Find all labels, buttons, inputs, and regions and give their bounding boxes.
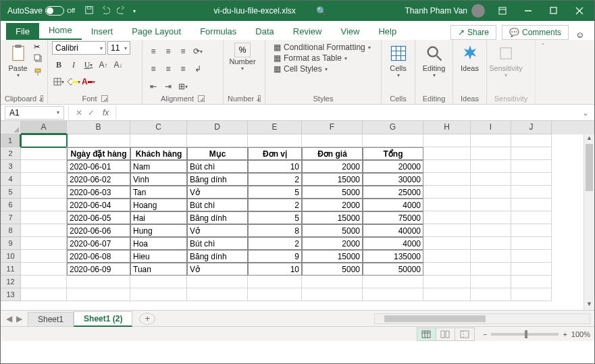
cell[interactable] (21, 288, 67, 301)
conditional-formatting-button[interactable]: ▦Conditional Formatting▾ (274, 43, 371, 52)
cell[interactable] (130, 134, 187, 147)
cell[interactable] (423, 263, 471, 276)
collapse-ribbon-icon[interactable]: ˄ (542, 43, 544, 49)
fx-icon[interactable]: fx (103, 108, 109, 118)
cell-customer[interactable]: Tuan (130, 263, 187, 276)
cell[interactable] (511, 263, 552, 276)
row-header[interactable]: 11 (1, 263, 21, 276)
cell[interactable] (187, 276, 248, 288)
cell-item[interactable]: Vở (187, 263, 248, 276)
undo-icon[interactable] (101, 5, 110, 17)
cell[interactable] (511, 199, 552, 211)
normal-view-icon[interactable] (417, 328, 436, 340)
tab-home[interactable]: Home (39, 22, 82, 40)
row-header[interactable]: 7 (1, 211, 21, 224)
cell[interactable] (423, 134, 471, 147)
cell[interactable] (471, 199, 511, 211)
cell-date[interactable]: 2020-06-06 (67, 224, 130, 237)
enter-formula-icon[interactable]: ✓ (88, 108, 95, 118)
cell-item[interactable]: Vở (187, 224, 248, 237)
orientation-icon[interactable]: ⟳▾ (191, 45, 205, 58)
cell-price[interactable]: 15000 (302, 250, 363, 263)
cell[interactable] (471, 263, 511, 276)
cell-item[interactable]: Băng dính (187, 211, 248, 224)
font-size-select[interactable]: 11▾ (107, 41, 130, 55)
cell[interactable] (471, 134, 511, 147)
cell-date[interactable]: 2020-06-04 (67, 199, 130, 211)
cell[interactable] (511, 211, 552, 224)
cell-item[interactable]: Bút chì (187, 199, 248, 211)
cell[interactable] (187, 288, 248, 301)
align-right-icon[interactable]: ≡ (176, 62, 190, 76)
cell-item[interactable]: Bút chì (187, 160, 248, 173)
cell-styles-button[interactable]: ▦Cell Styles▾ (274, 64, 371, 74)
cell-price[interactable]: 2000 (302, 199, 363, 211)
cell-price[interactable]: 5000 (302, 224, 363, 237)
row-header[interactable]: 8 (1, 224, 21, 237)
cell[interactable] (471, 288, 511, 301)
cell[interactable] (511, 276, 552, 288)
close-button[interactable] (567, 1, 592, 20)
select-all-corner[interactable] (1, 121, 21, 134)
cell[interactable] (21, 199, 67, 211)
save-icon[interactable] (84, 5, 94, 17)
cell[interactable] (363, 288, 423, 301)
cell-total[interactable]: 25000 (363, 186, 423, 199)
sheet-nav-next-icon[interactable]: ▶ (16, 314, 22, 323)
copy-icon[interactable] (34, 54, 43, 65)
maximize-button[interactable] (542, 1, 566, 20)
cell-customer[interactable]: Hoa (130, 237, 187, 250)
decrease-indent-icon[interactable]: ⇤ (147, 80, 160, 93)
cell[interactable] (187, 134, 248, 147)
cell-unit[interactable]: 2 (248, 199, 302, 211)
cell[interactable] (248, 134, 302, 147)
cell[interactable] (471, 237, 511, 250)
merge-center-icon[interactable]: ⊞▾ (176, 80, 190, 93)
cell-date[interactable]: 2020-06-07 (67, 237, 130, 250)
row-header[interactable]: 3 (1, 160, 21, 173)
col-header-F[interactable]: F (302, 121, 363, 134)
cell[interactable] (363, 134, 423, 147)
cell-date[interactable]: 2020-06-01 (67, 160, 130, 173)
number-format-button[interactable]: % Number▾ (228, 41, 257, 73)
font-name-select[interactable]: Calibri▾ (52, 41, 106, 55)
decrease-font-icon[interactable]: A↓ (111, 58, 125, 72)
cell[interactable] (511, 147, 552, 160)
cell[interactable] (130, 276, 187, 288)
cell[interactable] (471, 186, 511, 199)
cell[interactable] (471, 250, 511, 263)
cell[interactable] (21, 250, 67, 263)
cell-unit[interactable]: 5 (248, 211, 302, 224)
underline-button[interactable]: U▾ (82, 58, 95, 72)
user-account[interactable]: Thanh Pham Van (405, 4, 485, 18)
cell[interactable] (511, 160, 552, 173)
table-header[interactable]: Đơn giá (302, 147, 363, 160)
zoom-level[interactable]: 100% (571, 330, 590, 338)
col-header-D[interactable]: D (187, 121, 248, 134)
cell[interactable] (363, 276, 423, 288)
scroll-down-icon[interactable]: ▼ (584, 301, 594, 310)
cell-item[interactable]: Bút chì (187, 237, 248, 250)
row-header[interactable]: 5 (1, 186, 21, 199)
row-header[interactable]: 2 (1, 147, 21, 160)
cell[interactable] (21, 224, 67, 237)
align-bottom-icon[interactable]: ≡ (176, 45, 190, 58)
share-button[interactable]: ↗Share (450, 25, 496, 40)
cell-customer[interactable]: Hieu (130, 250, 187, 263)
cell-item[interactable]: Băng dính (187, 173, 248, 186)
expand-formula-bar-icon[interactable]: ⌄ (582, 108, 594, 118)
format-as-table-button[interactable]: ▦Format as Table▾ (274, 53, 371, 63)
redo-icon[interactable] (117, 5, 126, 17)
cell-total[interactable]: 135000 (363, 250, 423, 263)
tab-file[interactable]: File (6, 23, 39, 40)
cell-price[interactable]: 15000 (302, 211, 363, 224)
cell[interactable] (248, 288, 302, 301)
font-launcher-icon[interactable] (101, 95, 108, 102)
cell-total[interactable]: 75000 (363, 211, 423, 224)
zoom-out-button[interactable]: − (483, 330, 487, 338)
cell[interactable] (423, 147, 471, 160)
italic-button[interactable]: I (67, 58, 80, 72)
cell[interactable] (511, 250, 552, 263)
align-top-icon[interactable]: ≡ (147, 45, 160, 58)
cell[interactable] (471, 276, 511, 288)
